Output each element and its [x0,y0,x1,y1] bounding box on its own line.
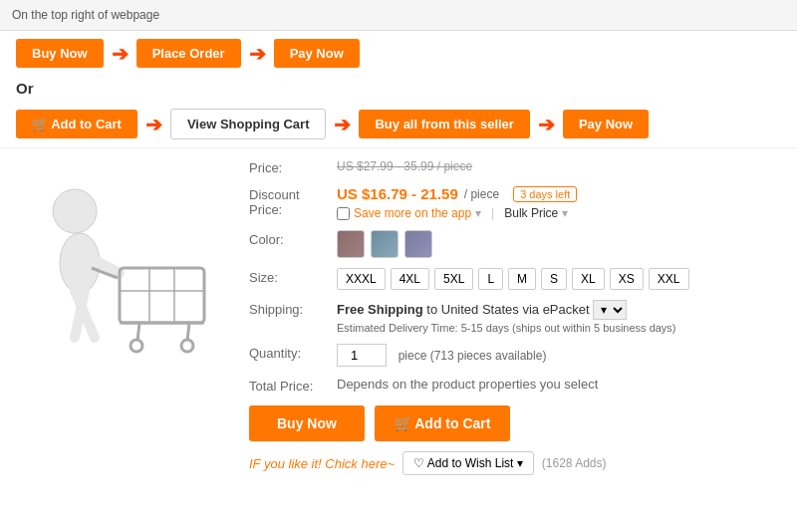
size-grid: XXXL4XL5XLLMSXLXSXXL [337,268,689,290]
svg-point-0 [53,189,97,233]
save-app-row: Save more on the app ▾ | Bulk Price ▾ [337,206,787,220]
action-buttons: Buy Now 🛒 Add to Cart [249,405,787,441]
size-row: Size: XXXL4XL5XLLMSXLXSXXL [249,268,787,290]
discount-price-row: Discount Price: US $16.79 - 21.59 / piec… [249,185,787,220]
price-label: Price: [249,158,329,175]
size-button[interactable]: L [478,268,503,290]
cart-image-container [10,158,229,388]
discount-value: US $16.79 - 21.59 / piece 3 days left Sa… [337,185,787,220]
size-button[interactable]: XS [610,268,644,290]
shipping-detail: to United States via ePacket [426,302,589,317]
total-text: Depends on the product properties you se… [337,377,598,392]
size-button[interactable]: XL [572,268,605,290]
total-price-row: Total Price: Depends on the product prop… [249,377,787,394]
arrow-1: ➔ [112,42,129,66]
pay-now-button-2[interactable]: Pay Now [563,110,649,138]
save-app-checkbox[interactable] [337,207,350,220]
color-swatch-2[interactable] [371,230,398,258]
view-shopping-cart-button[interactable]: View Shopping Cart [170,109,327,139]
svg-line-9 [187,323,189,341]
size-button[interactable]: 5XL [434,268,473,290]
total-label: Total Price: [249,377,329,394]
buy-now-button-1[interactable]: Buy Now [16,39,104,68]
place-order-button[interactable]: Place Order [136,39,241,68]
price-discount: US $16.79 - 21.59 [337,185,458,202]
size-button[interactable]: XXXL [337,268,386,290]
add-to-cart-button-main[interactable]: 🛒 Add to Cart [375,405,511,441]
top-note-text: On the top right of webpage [12,8,159,22]
discount-label-text: Discount Price: [249,187,300,217]
shipping-value: Free Shipping to United States via ePack… [337,300,787,334]
size-button[interactable]: 4XL [391,268,429,290]
quantity-label: Quantity: [249,344,329,361]
price-row: Price: US $27.99 - 35.99 / piece [249,158,787,175]
shipping-label: Shipping: [249,300,329,317]
shipping-select[interactable]: ▾ [593,300,627,320]
main-content: Price: US $27.99 - 35.99 / piece Discoun… [0,148,797,485]
quantity-input[interactable] [337,344,387,367]
size-button[interactable]: XXL [649,268,689,290]
svg-line-8 [137,323,139,341]
color-swatches [337,230,432,258]
shipping-sub: Estimated Delivery Time: 5-15 days (ship… [337,322,787,334]
wishlist-row: IF you like it! Chick here~ ♡ Add to Wis… [249,451,787,475]
color-swatch-1[interactable] [337,230,365,258]
color-row: Color: [249,230,787,258]
days-left-badge: 3 days left [513,186,577,202]
price-original: US $27.99 - 35.99 / piece [337,159,472,173]
pipe-sep: | [491,206,494,220]
free-shipping-text: Free Shipping [337,302,423,317]
svg-rect-5 [120,268,204,323]
pay-now-button-1[interactable]: Pay Now [274,39,360,68]
svg-point-11 [181,340,193,352]
cart-figure-svg [20,173,219,373]
quantity-available: piece (713 pieces available) [398,349,547,363]
arrow-2: ➔ [249,42,266,66]
save-app-label: Save more on the app [354,206,471,220]
quantity-row: Quantity: piece (713 pieces available) [249,344,787,367]
arrow-5: ➔ [538,113,555,136]
buy-now-button-main[interactable]: Buy Now [249,405,365,441]
color-label: Color: [249,230,329,247]
svg-point-10 [131,340,142,352]
arrow-4: ➔ [334,113,351,136]
shipping-row: Shipping: Free Shipping to United States… [249,300,787,334]
buy-all-from-seller-button[interactable]: Buy all from this seller [359,110,529,138]
shipping-text: Free Shipping to United States via ePack… [337,300,787,320]
price-unit: / piece [464,187,499,201]
discount-label: Discount Price: [249,185,329,217]
color-swatch-3[interactable] [404,230,432,258]
or-label: Or [0,76,797,101]
size-button[interactable]: M [508,268,536,290]
add-to-cart-button-top[interactable]: 🛒 Add to Cart [16,110,137,138]
quantity-value-row: piece (713 pieces available) [337,344,787,367]
size-label: Size: [249,268,329,285]
size-button[interactable]: S [541,268,567,290]
wishlist-button[interactable]: ♡ Add to Wish List ▾ [402,451,534,475]
if-you-like-text: IF you like it! Chick here~ [249,456,395,471]
top-note: On the top right of webpage [0,0,797,31]
save-app-dropdown[interactable]: ▾ [475,206,481,220]
flow2-row: 🛒 Add to Cart ➔ View Shopping Cart ➔ Buy… [0,101,797,147]
price-value: US $27.99 - 35.99 / piece [337,158,787,173]
flow1-row: Buy Now ➔ Place Order ➔ Pay Now [0,31,797,76]
bulk-price-dropdown[interactable]: ▾ [562,206,568,220]
product-details: Price: US $27.99 - 35.99 / piece Discoun… [239,158,787,475]
adds-count: (1628 Adds) [542,456,607,470]
bulk-price-label[interactable]: Bulk Price [504,206,558,220]
arrow-3: ➔ [145,113,162,136]
